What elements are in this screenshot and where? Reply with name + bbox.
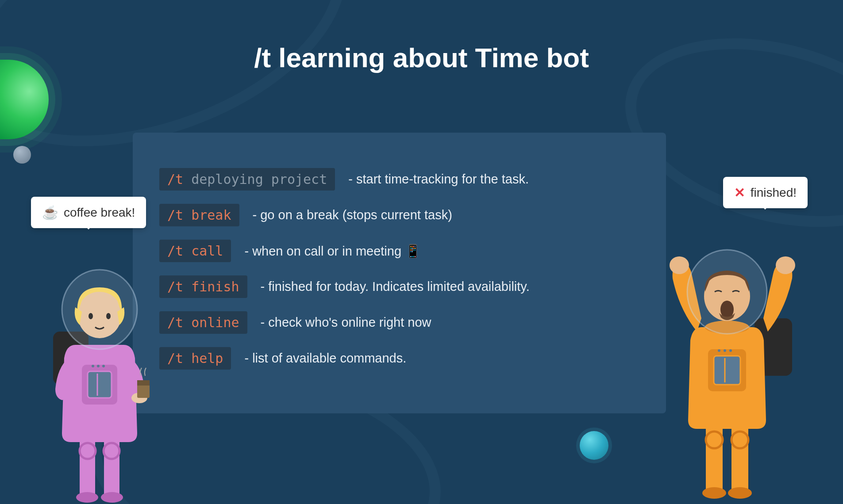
command-slash: /t online: [167, 315, 239, 330]
svg-point-24: [718, 349, 720, 352]
svg-rect-15: [137, 380, 150, 386]
command-slash: /t: [167, 172, 183, 187]
speech-bubble-left: ☕ coffee break!: [31, 197, 146, 228]
planet-blue-icon: [580, 431, 608, 460]
svg-point-4: [92, 365, 94, 367]
command-row: /t break - go on a break (stops current …: [159, 204, 639, 226]
command-row: /t online - check who's online right now: [159, 311, 639, 334]
svg-point-19: [670, 256, 689, 274]
bubble-text: coffee break!: [64, 206, 135, 220]
svg-rect-2: [88, 371, 112, 398]
planet-gray-icon: [13, 146, 31, 164]
command-slash: /t finish: [167, 279, 239, 294]
svg-rect-22: [714, 356, 740, 385]
command-row: /t deploying project - start time-tracki…: [159, 168, 639, 191]
command-description: - check who's online right now: [261, 315, 431, 330]
command-description: - start time-tracking for the task.: [348, 172, 529, 187]
coffee-icon: ☕: [42, 205, 58, 220]
command-code: /t online: [159, 311, 247, 334]
command-code: /t call: [159, 240, 231, 262]
command-row: /t call - when on call or in meeting 📱: [159, 240, 639, 262]
command-code: /t help: [159, 347, 231, 370]
svg-point-11: [89, 313, 93, 319]
command-slash: /t call: [167, 243, 223, 259]
svg-point-25: [724, 349, 726, 352]
command-description: - finished for today. Indicates limited …: [261, 279, 530, 294]
command-description: - when on call or in meeting 📱: [244, 244, 421, 259]
bubble-text: finished!: [751, 186, 797, 200]
svg-point-20: [776, 256, 795, 274]
svg-point-33: [702, 487, 726, 499]
command-row: /t finish - finished for today. Indicate…: [159, 275, 639, 298]
speech-bubble-right: ✕ finished!: [723, 177, 808, 208]
astronaut-orange-illustration: [653, 239, 812, 504]
astronaut-pink-illustration: [31, 256, 164, 504]
command-row: /t help - list of available commands.: [159, 347, 639, 370]
command-slash: /t break: [167, 207, 231, 223]
svg-point-12: [106, 313, 111, 319]
command-slash: /t help: [167, 351, 223, 366]
page-title: /t learning about Time bot: [254, 42, 589, 73]
svg-point-16: [76, 492, 98, 503]
svg-point-6: [102, 365, 105, 367]
command-panel: /t deploying project - start time-tracki…: [133, 133, 666, 413]
svg-point-34: [728, 487, 752, 499]
svg-point-26: [729, 349, 732, 352]
command-description: - go on a break (stops current task): [253, 208, 452, 222]
svg-point-5: [97, 365, 100, 367]
command-arg: deploying project: [183, 172, 327, 187]
command-code: /t deploying project: [159, 168, 335, 191]
command-code: /t break: [159, 204, 239, 226]
command-code: /t finish: [159, 275, 247, 298]
svg-point-17: [101, 492, 123, 503]
close-icon: ✕: [734, 185, 745, 200]
command-description: - list of available commands.: [244, 351, 406, 366]
